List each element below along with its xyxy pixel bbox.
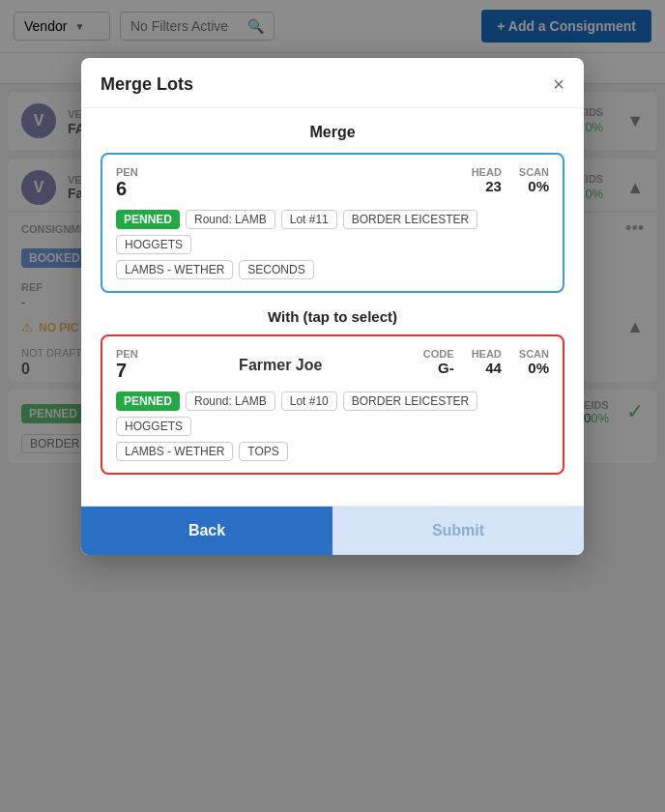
lot1-tag-lotnum: Lot #11 bbox=[281, 210, 337, 229]
modal-title: Merge Lots bbox=[101, 74, 193, 95]
lot2-tag-round: Round: LAMB bbox=[186, 392, 275, 411]
lot2-tag-border: BORDER LEICESTER bbox=[343, 392, 477, 411]
with-section: With (tap to select) PEN 7 Farmer Joe CO… bbox=[101, 308, 564, 475]
submit-button[interactable]: Submit bbox=[332, 507, 584, 555]
modal-footer: Back Submit bbox=[81, 506, 584, 555]
lot2-tag-hoggets: HOGGETS bbox=[116, 417, 191, 436]
lot-card-1: PEN 6 HEAD 23 SCAN 0% bbox=[101, 153, 564, 293]
pen-section-1: PEN 6 bbox=[116, 166, 138, 200]
lot1-tag-hoggets: HOGGETS bbox=[116, 235, 191, 254]
lot2-tags-row: PENNED Round: LAMB Lot #10 BORDER LEICES… bbox=[116, 392, 549, 436]
lot1-tag-seconds: SECONDS bbox=[239, 260, 313, 279]
lot1-penned-badge: PENNED bbox=[116, 210, 180, 229]
lot2-tag-lotnum: Lot #10 bbox=[281, 392, 337, 411]
modal-close-button[interactable]: × bbox=[553, 73, 564, 96]
lot1-tag-round: Round: LAMB bbox=[186, 210, 275, 229]
with-title: With (tap to select) bbox=[101, 308, 564, 325]
lot2-tag-lambs: LAMBS - WETHER bbox=[116, 442, 233, 461]
modal-overlay: Merge Lots × Merge PEN 6 HEAD 23 bbox=[0, 0, 665, 812]
scan-stat-2: SCAN 0% bbox=[519, 348, 549, 376]
back-button[interactable]: Back bbox=[81, 507, 332, 555]
lot1-tag-lambs: LAMBS - WETHER bbox=[116, 260, 233, 279]
modal-body: Merge PEN 6 HEAD 23 SCAN bbox=[81, 108, 584, 506]
lot2-tag-tops: TOPS bbox=[239, 442, 287, 461]
lot-card-2[interactable]: PEN 7 Farmer Joe CODE G- HEAD 44 bbox=[101, 334, 564, 475]
lot-card-2-top: PEN 7 Farmer Joe CODE G- HEAD 44 bbox=[116, 348, 549, 382]
stats-section-1: HEAD 23 SCAN 0% bbox=[472, 166, 549, 194]
lot-card-1-top: PEN 6 HEAD 23 SCAN 0% bbox=[116, 166, 549, 200]
lot1-tag-border: BORDER LEICESTER bbox=[343, 210, 477, 229]
modal-header: Merge Lots × bbox=[81, 58, 584, 108]
merge-section-title: Merge bbox=[101, 124, 564, 141]
lot2-penned-badge: PENNED bbox=[116, 392, 180, 411]
code-stat: CODE G- bbox=[423, 348, 454, 376]
stats-section-2: CODE G- HEAD 44 SCAN 0% bbox=[423, 348, 549, 376]
farmer-name: Farmer Joe bbox=[239, 357, 322, 374]
head-stat-1: HEAD 23 bbox=[472, 166, 502, 194]
lot1-tags-row: PENNED Round: LAMB Lot #11 BORDER LEICES… bbox=[116, 210, 549, 254]
head-stat-2: HEAD 44 bbox=[472, 348, 502, 376]
scan-stat-1: SCAN 0% bbox=[519, 166, 549, 194]
pen-section-2: PEN 7 bbox=[116, 348, 138, 382]
lot1-tags-row-2: LAMBS - WETHER SECONDS bbox=[116, 260, 549, 279]
merge-lots-modal: Merge Lots × Merge PEN 6 HEAD 23 bbox=[81, 58, 584, 555]
lot2-tags-row-2: LAMBS - WETHER TOPS bbox=[116, 442, 549, 461]
